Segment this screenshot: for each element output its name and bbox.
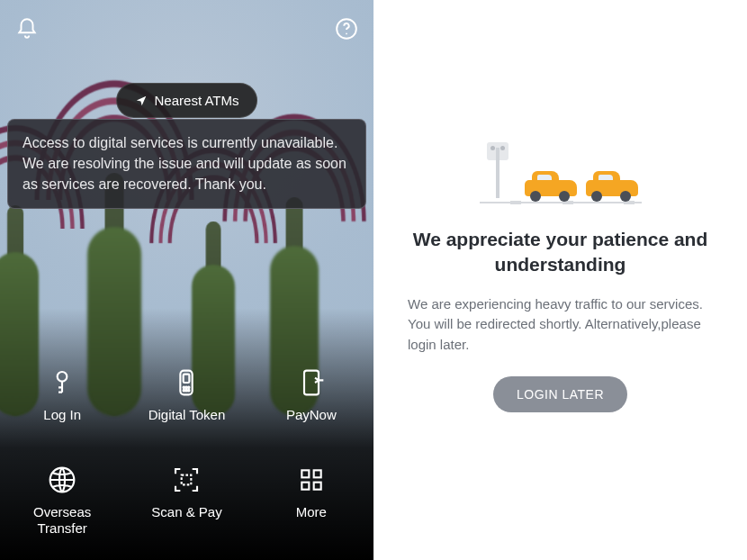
svg-point-10 (188, 390, 190, 392)
svg-point-1 (346, 33, 347, 35)
token-icon (171, 367, 202, 398)
svg-point-7 (188, 387, 190, 389)
login-button[interactable]: Log In (0, 349, 124, 447)
app-home-screen: Nearest ATMs Access to digital services … (0, 0, 374, 560)
bell-icon[interactable] (14, 16, 40, 41)
top-bar (0, 0, 374, 58)
svg-point-8 (184, 390, 185, 392)
paynow-button[interactable]: PayNow (249, 349, 374, 447)
scan-icon (171, 465, 202, 495)
more-label: More (296, 504, 327, 520)
scan-pay-button[interactable]: Scan & Pay (124, 447, 248, 560)
svg-rect-14 (302, 470, 309, 477)
svg-point-5 (184, 387, 185, 389)
paynow-icon (296, 367, 327, 398)
svg-rect-17 (313, 483, 320, 490)
help-icon[interactable] (334, 16, 359, 41)
overseas-transfer-button[interactable]: Overseas Transfer (0, 447, 124, 560)
key-icon (47, 367, 77, 398)
svg-point-6 (186, 387, 188, 389)
svg-point-2 (58, 372, 68, 382)
car-icon (525, 171, 577, 202)
banner-text: Access to digital services is currently … (22, 135, 346, 192)
svg-point-9 (186, 390, 188, 392)
car-icon (586, 171, 638, 202)
scan-pay-label: Scan & Pay (151, 504, 221, 520)
overseas-label: Overseas Transfer (7, 504, 117, 537)
nearest-atms-button[interactable]: Nearest ATMs (116, 83, 258, 118)
svg-rect-13 (182, 475, 192, 485)
login-label: Log In (43, 407, 81, 423)
location-arrow-icon (135, 95, 148, 107)
svg-rect-4 (184, 375, 190, 383)
login-later-button[interactable]: LOGIN LATER (493, 376, 627, 412)
digital-token-button[interactable]: Digital Token (124, 349, 248, 447)
nearest-atms-label: Nearest ATMs (155, 93, 239, 108)
paynow-label: PayNow (286, 407, 337, 423)
svg-rect-15 (313, 470, 320, 477)
heavy-traffic-screen: We appreciate your patience and understa… (374, 0, 747, 560)
more-button[interactable]: More (249, 447, 374, 560)
quick-actions-grid: Log In Digital Token PayNow Overseas Tra… (0, 349, 374, 560)
message-title: We appreciate your patience and understa… (408, 227, 713, 278)
svg-rect-16 (302, 483, 309, 490)
traffic-illustration (480, 148, 642, 211)
digital-token-label: Digital Token (148, 407, 226, 423)
more-grid-icon (296, 465, 327, 495)
message-body: We are experiencing heavy traffic to our… (408, 294, 713, 356)
service-unavailable-banner: Access to digital services is currently … (7, 119, 366, 209)
globe-icon (47, 465, 77, 495)
